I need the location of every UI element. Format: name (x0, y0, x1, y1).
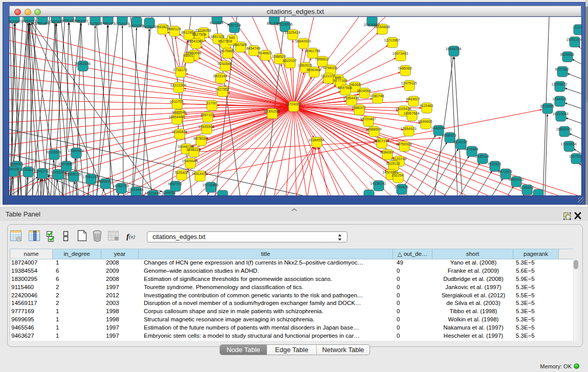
svg-text:11156829: 11156829 (20, 168, 35, 171)
svg-text:9084067: 9084067 (380, 150, 394, 154)
svg-text:3215955: 3215955 (540, 104, 554, 108)
svg-text:2867608: 2867608 (233, 43, 247, 47)
svg-text:1801557: 1801557 (9, 20, 21, 24)
svg-text:12942737: 12942737 (34, 169, 50, 173)
svg-text:20364436: 20364436 (343, 96, 359, 100)
svg-text:18025438: 18025438 (395, 107, 411, 111)
svg-text:252254: 252254 (391, 173, 403, 177)
svg-text:17654923: 17654923 (400, 127, 416, 130)
svg-text:9329966: 9329966 (560, 53, 574, 56)
svg-text:18807249: 18807249 (373, 139, 389, 143)
svg-text:9245652: 9245652 (162, 191, 176, 194)
svg-text:9465546: 9465546 (172, 111, 186, 114)
svg-text:12505135: 12505135 (65, 172, 81, 176)
svg-text:19756928: 19756928 (396, 142, 411, 146)
svg-text:10719155: 10719155 (114, 22, 129, 26)
svg-text:9699695: 9699695 (418, 120, 432, 123)
svg-text:16543382: 16543382 (187, 39, 203, 43)
svg-text:8471676: 8471676 (498, 170, 512, 173)
svg-text:18300295: 18300295 (264, 110, 279, 113)
svg-text:1244415: 1244415 (552, 97, 566, 101)
svg-text:19166829: 19166829 (171, 130, 187, 134)
svg-text:10958107: 10958107 (97, 180, 113, 183)
svg-text:16154838: 16154838 (374, 25, 389, 29)
svg-text:(x): (x) (129, 234, 135, 240)
svg-text:9660124: 9660124 (167, 27, 181, 31)
svg-text:1610755: 1610755 (169, 100, 183, 103)
svg-text:9242848: 9242848 (217, 62, 231, 65)
svg-text:18640910: 18640910 (295, 39, 311, 43)
svg-text:1440954: 1440954 (431, 126, 445, 130)
svg-text:3498222: 3498222 (186, 148, 200, 151)
svg-text:1835061: 1835061 (9, 162, 23, 166)
svg-text:17016504: 17016504 (560, 142, 576, 146)
svg-text:15720407: 15720407 (360, 117, 376, 121)
svg-text:6466160: 6466160 (100, 21, 114, 25)
svg-text:6497568: 6497568 (338, 86, 352, 90)
svg-text:1621072: 1621072 (321, 74, 335, 78)
svg-text:12975115: 12975115 (401, 81, 417, 85)
svg-text:9857791: 9857791 (168, 182, 182, 186)
svg-text:10654112: 10654112 (508, 178, 524, 181)
svg-text:10853267: 10853267 (72, 19, 88, 23)
svg-text:1861328: 1861328 (210, 35, 224, 38)
svg-text:1939159: 1939159 (9, 167, 19, 171)
svg-text:1117: 1117 (575, 26, 581, 29)
svg-text:8938923: 8938923 (442, 134, 456, 137)
svg-text:14914479: 14914479 (191, 172, 207, 176)
svg-text:1167534: 1167534 (569, 155, 581, 158)
svg-text:17359924: 17359924 (68, 149, 83, 152)
svg-text:12093872: 12093872 (551, 82, 567, 86)
svg-text:2935114: 2935114 (475, 155, 489, 158)
svg-text:1588520: 1588520 (272, 55, 286, 58)
svg-text:19218506: 19218506 (276, 23, 292, 26)
svg-text:6011809: 6011809 (210, 21, 224, 25)
svg-text:1615132: 1615132 (386, 162, 400, 165)
svg-text:12923446: 12923446 (144, 191, 160, 195)
svg-text:13535594: 13535594 (198, 125, 214, 128)
svg-text:6879197: 6879197 (453, 140, 467, 144)
svg-text:1427552: 1427552 (215, 87, 229, 91)
svg-text:1145194: 1145194 (51, 170, 65, 174)
svg-text:16782759: 16782759 (113, 184, 128, 188)
svg-text:9115460: 9115460 (420, 104, 433, 107)
svg-text:8322037: 8322037 (282, 59, 296, 62)
svg-text:6794028: 6794028 (323, 66, 337, 70)
svg-text:2803144: 2803144 (213, 74, 227, 78)
svg-text:9146821: 9146821 (258, 51, 272, 55)
svg-text:9463627: 9463627 (406, 97, 420, 101)
svg-text:9827509: 9827509 (192, 33, 206, 36)
svg-text:2718176: 2718176 (173, 68, 187, 72)
svg-text:20206576: 20206576 (46, 150, 61, 154)
svg-text:7625402: 7625402 (174, 171, 188, 174)
svg-text:10973493: 10973493 (392, 52, 408, 55)
svg-text:9227342: 9227342 (555, 68, 569, 71)
svg-text:16210643: 16210643 (552, 112, 568, 116)
svg-text:1527602: 1527602 (88, 22, 101, 26)
svg-text:20053346: 20053346 (74, 62, 90, 65)
svg-text:13325419: 13325419 (284, 31, 300, 34)
svg-text:546: 546 (229, 36, 235, 39)
svg-text:17957235: 17957235 (82, 175, 98, 179)
svg-text:8454749: 8454749 (246, 47, 260, 50)
svg-text:15751074: 15751074 (566, 38, 581, 41)
svg-text:12213967: 12213967 (384, 38, 400, 42)
svg-text:10688609: 10688609 (365, 127, 381, 131)
svg-text:15692971: 15692971 (556, 127, 572, 131)
svg-text:10975887: 10975887 (58, 162, 74, 166)
svg-text:7955812: 7955812 (315, 57, 329, 61)
svg-text:98901: 98901 (183, 54, 193, 57)
svg-text:8878334: 8878334 (193, 137, 207, 140)
svg-text:11923446: 11923446 (128, 188, 144, 191)
svg-text:8990448: 8990448 (307, 68, 320, 72)
svg-text:9245652: 9245652 (519, 186, 533, 189)
svg-text:23226058: 23226058 (195, 29, 211, 32)
svg-text:9527508: 9527508 (218, 39, 232, 43)
svg-text:18724007: 18724007 (285, 102, 301, 106)
svg-text:7485063: 7485063 (398, 67, 411, 70)
svg-text:7632621: 7632621 (487, 162, 501, 166)
svg-text:9777169: 9777169 (333, 79, 347, 82)
svg-text:14136141: 14136141 (370, 182, 386, 185)
svg-text:11120746: 11120746 (391, 157, 406, 161)
svg-text:11700: 11700 (207, 101, 216, 105)
